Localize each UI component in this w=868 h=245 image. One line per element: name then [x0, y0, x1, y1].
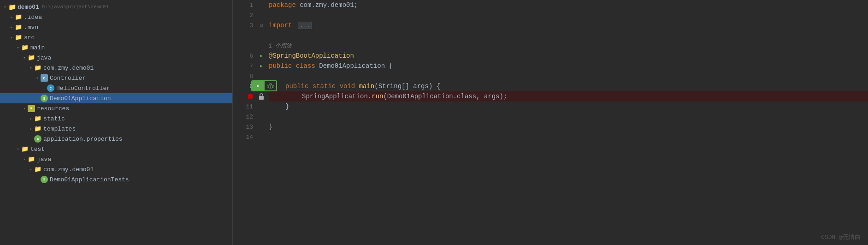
- line-numbers-col: 1 2 3 6 7 8 9: [233, 0, 256, 245]
- ln-12: 12: [233, 112, 256, 122]
- sidebar-item-main[interactable]: 📁 main: [0, 42, 233, 53]
- hint-text: 1 个用法: [269, 42, 292, 50]
- root-folder-icon: 📁: [8, 3, 16, 11]
- java-label: java: [37, 54, 51, 61]
- resources-arrow: [21, 105, 28, 112]
- controller-folder-icon: C: [41, 74, 48, 82]
- code-line-13: }: [269, 122, 868, 132]
- test-label: test: [30, 146, 45, 153]
- code-line-4: [269, 30, 868, 41]
- appprops-icon: a: [34, 135, 41, 143]
- package-label: com.zmy.demo01: [43, 65, 94, 72]
- sidebar-item-appprops[interactable]: a application.properties: [0, 134, 233, 144]
- ln-2: 2: [233, 10, 256, 20]
- code-line-1: package com.zmy.demo01;: [269, 0, 868, 10]
- code-line-11: }: [269, 102, 868, 112]
- sidebar-item-test[interactable]: 📁 test: [0, 144, 233, 154]
- static-folder-icon: 📁: [34, 115, 41, 122]
- java-folder-icon: 📁: [28, 54, 35, 61]
- ln-4: [233, 30, 256, 41]
- main-arrow: [15, 44, 21, 51]
- sidebar-item-package[interactable]: 📁 com.zmy.demo01: [0, 63, 233, 73]
- code-line-5: 1 个用法: [269, 41, 868, 51]
- idea-label: .idea: [24, 14, 42, 21]
- package-folder-icon: 📁: [34, 64, 41, 72]
- main-layout: 📁 demo01 D:\java\project\demo01 📁 .idea …: [0, 0, 868, 245]
- appprops-label: application.properties: [43, 136, 123, 143]
- sidebar-item-resources[interactable]: R resources: [0, 103, 233, 114]
- main-folder-icon: 📁: [21, 44, 29, 51]
- test-arrow: [15, 146, 21, 152]
- debug-button[interactable]: [264, 81, 276, 90]
- test-package-arrow: [28, 166, 34, 173]
- sidebar-item-demo01application[interactable]: S Demo01Application: [0, 93, 233, 103]
- code-line-3: import ...: [269, 20, 868, 30]
- test-package-label: com.zmy.demo01: [43, 166, 94, 173]
- ln-10: [233, 91, 256, 102]
- gutter-13: [256, 122, 267, 132]
- project-sidebar: 📁 demo01 D:\java\project\demo01 📁 .idea …: [0, 0, 233, 245]
- run-gutter-icon-7[interactable]: ▶: [260, 63, 263, 69]
- test-package-icon: 📁: [34, 166, 41, 173]
- root-path: D:\java\project\demo01: [42, 4, 109, 10]
- root-label: demo01: [18, 4, 39, 11]
- idea-arrow: [8, 14, 15, 20]
- templates-arrow: [28, 125, 34, 132]
- svg-rect-7: [259, 96, 264, 100]
- code-line-6: @SpringBootApplication: [269, 51, 868, 61]
- resources-label: resources: [37, 105, 69, 112]
- gutter-5: [256, 41, 267, 51]
- java-arrow: [21, 54, 28, 61]
- ln-1: 1: [233, 0, 256, 10]
- sidebar-item-controller[interactable]: C Controller: [0, 73, 233, 83]
- sidebar-item-test-package[interactable]: 📁 com.zmy.demo01: [0, 164, 233, 174]
- static-label: static: [43, 115, 65, 122]
- ln-11: 11: [233, 102, 256, 112]
- controller-label: Controller: [50, 75, 86, 82]
- demo01tests-label: Demo01ApplicationTests: [50, 176, 129, 183]
- gutter-col: ⊟ ▶ ▶ ▶: [256, 0, 267, 245]
- gutter-6: ▶: [256, 51, 267, 61]
- sidebar-item-templates[interactable]: 📁 templates: [0, 124, 233, 134]
- run-gutter-icon-6[interactable]: ▶: [260, 53, 263, 59]
- sidebar-item-src[interactable]: 📁 src: [0, 32, 233, 42]
- code-line-12: [269, 112, 868, 122]
- lock-icon: [259, 93, 264, 100]
- demo01tests-icon: S: [41, 176, 48, 183]
- sidebar-item-hellocontroller[interactable]: C HelloController: [0, 83, 233, 93]
- test-java-folder-icon: 📁: [28, 155, 35, 163]
- sidebar-item-demo01tests[interactable]: S Demo01ApplicationTests: [0, 174, 233, 185]
- templates-label: templates: [43, 125, 76, 132]
- code-line-14: [269, 132, 868, 142]
- ln-13: 13: [233, 122, 256, 132]
- sidebar-item-idea[interactable]: 📁 .idea: [0, 12, 233, 22]
- tree-arrow: [2, 4, 8, 10]
- mvn-label: .mvn: [24, 24, 38, 31]
- src-label: src: [24, 34, 35, 41]
- sidebar-item-mvn[interactable]: 📁 .mvn: [0, 22, 233, 32]
- sidebar-item-test-java[interactable]: 📁 java: [0, 154, 233, 164]
- gutter-10: [256, 91, 267, 102]
- run-arrow-icon: ▶: [257, 83, 260, 89]
- idea-folder-icon: 📁: [15, 13, 22, 21]
- code-line-8: [269, 71, 868, 81]
- mvn-arrow: [8, 24, 15, 30]
- controller-arrow: [34, 75, 41, 81]
- sidebar-item-static[interactable]: 📁 static: [0, 114, 233, 124]
- tree-root[interactable]: 📁 demo01 D:\java\project\demo01: [0, 2, 233, 12]
- gutter-7: ▶: [256, 61, 267, 71]
- code-line-7: public class Demo01Application {: [269, 61, 868, 71]
- import-fold-box[interactable]: ...: [298, 22, 313, 29]
- code-line-2: [269, 10, 868, 20]
- run-button[interactable]: ▶: [252, 81, 264, 90]
- src-arrow: [8, 34, 15, 41]
- hellocontroller-label: HelloController: [56, 85, 110, 92]
- test-folder-icon: 📁: [21, 145, 29, 153]
- gutter-1: [256, 0, 267, 10]
- fold-icon[interactable]: ⊟: [260, 23, 263, 28]
- sidebar-item-java[interactable]: 📁 java: [0, 53, 233, 63]
- watermark: CSDN @无情白: [821, 233, 861, 241]
- resources-folder-icon: R: [28, 105, 35, 112]
- demo01app-icon: S: [41, 95, 48, 102]
- debug-icon: [267, 83, 274, 89]
